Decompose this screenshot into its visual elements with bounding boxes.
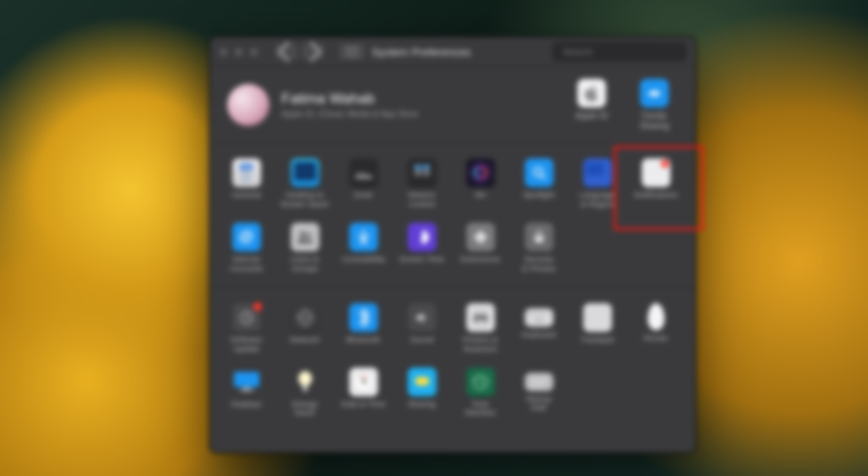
- extensions-icon: [466, 223, 495, 252]
- avatar[interactable]: [227, 84, 270, 126]
- pane-users-groups[interactable]: Users &Groups: [275, 218, 334, 282]
- pane-label: TimeMachine: [465, 400, 496, 418]
- show-all-button[interactable]: [337, 42, 366, 61]
- notifications-icon: [642, 158, 670, 187]
- svg-rect-42: [542, 313, 544, 315]
- pane-desktop-screensaver[interactable]: Desktop &Screen Saver: [275, 153, 334, 218]
- software-update-icon: [232, 303, 261, 332]
- mouse-icon: [648, 303, 665, 330]
- traffic-lights[interactable]: [219, 47, 259, 57]
- svg-rect-4: [351, 51, 353, 53]
- search-field[interactable]: [553, 42, 687, 61]
- window-title: System Preferences: [297, 46, 546, 58]
- pane-internet-accounts[interactable]: @InternetAccounts: [217, 218, 275, 282]
- desktop-screensaver-icon: [291, 158, 320, 187]
- pane-label: Sharing: [408, 400, 436, 409]
- pane-energy-saver[interactable]: EnergySaver: [275, 363, 334, 427]
- accessibility-icon: [349, 223, 378, 252]
- pane-network[interactable]: Network: [275, 298, 334, 363]
- pane-trackpad[interactable]: Trackpad: [568, 298, 626, 363]
- pane-label: Dock: [354, 191, 373, 200]
- family-sharing-button[interactable]: Family Sharing: [631, 79, 678, 130]
- pane-bluetooth[interactable]: Bluetooth: [334, 298, 392, 363]
- svg-rect-39: [535, 313, 537, 315]
- svg-point-22: [534, 168, 542, 176]
- svg-rect-13: [355, 175, 372, 179]
- svg-rect-0: [347, 47, 348, 48]
- pane-notifications[interactable]: Notifications: [626, 153, 685, 218]
- svg-point-57: [546, 385, 548, 386]
- pane-screen-time[interactable]: Screen Time: [392, 218, 451, 282]
- svg-point-30: [298, 310, 313, 325]
- pane-language-region[interactable]: Language& Region: [568, 153, 626, 218]
- notifications-highlight-box: [614, 146, 704, 230]
- pane-label: Displays: [231, 400, 262, 409]
- svg-rect-2: [355, 47, 357, 48]
- pane-label: Accessibility: [342, 255, 386, 264]
- pane-mouse[interactable]: Mouse: [626, 298, 685, 363]
- header-icons: Apple ID Family Sharing: [568, 79, 678, 130]
- svg-rect-47: [240, 390, 253, 391]
- pane-software-update[interactable]: SoftwareUpdate: [217, 298, 275, 363]
- svg-rect-15: [360, 172, 363, 174]
- svg-rect-16: [364, 172, 366, 174]
- pane-dock[interactable]: Dock: [334, 153, 392, 218]
- svg-rect-46: [243, 387, 250, 390]
- pane-label: Network: [290, 335, 320, 345]
- system-preferences-window: System Preferences Fatima Wahab Apple ID…: [209, 36, 696, 453]
- svg-line-54: [364, 382, 367, 384]
- svg-point-50: [354, 373, 373, 391]
- svg-point-21: [475, 167, 487, 179]
- pane-time-machine[interactable]: TimeMachine: [451, 363, 509, 427]
- dock-icon: [349, 158, 378, 187]
- pane-date-time[interactable]: WED18Date & Time: [334, 363, 392, 427]
- minimize-icon[interactable]: [234, 47, 243, 57]
- svg-rect-56: [528, 375, 550, 389]
- pane-general[interactable]: FileNewOpeGeneral: [217, 153, 275, 218]
- section-0: FileNewOpeGeneralDesktop &Screen SaverDo…: [210, 143, 695, 288]
- pane-accessibility[interactable]: Accessibility: [334, 218, 392, 282]
- pane-sound[interactable]: Sound: [392, 298, 451, 363]
- search-input[interactable]: [561, 46, 682, 58]
- pane-label: Extensions: [460, 255, 499, 264]
- svg-text:WED: WED: [359, 375, 367, 379]
- pane-mission-control[interactable]: MissionControl: [392, 153, 451, 218]
- svg-rect-43: [545, 313, 547, 315]
- trackpad-icon: [583, 303, 612, 332]
- svg-point-31: [302, 310, 309, 325]
- pane-sharing[interactable]: Sharing: [392, 363, 451, 427]
- svg-rect-7: [351, 55, 353, 57]
- svg-rect-18: [423, 165, 430, 169]
- back-button[interactable]: [274, 42, 299, 61]
- pane-label: Screen Time: [399, 255, 444, 264]
- svg-rect-1: [351, 47, 353, 48]
- forward-button[interactable]: [300, 42, 326, 61]
- pane-keyboard[interactable]: Keyboard: [509, 298, 568, 363]
- pane-spotlight[interactable]: Spotlight: [509, 153, 568, 218]
- close-icon[interactable]: [219, 47, 228, 57]
- pane-label: Notifications: [634, 191, 678, 200]
- security-privacy-icon: [525, 223, 554, 252]
- pane-siri[interactable]: Siri: [451, 153, 509, 218]
- svg-rect-33: [474, 315, 487, 322]
- user-name: Fatima Wahab: [281, 91, 556, 108]
- apple-logo-icon: [577, 79, 606, 108]
- mission-control-icon: [408, 158, 437, 187]
- pane-extensions[interactable]: Extensions: [451, 218, 509, 282]
- printers-scanners-icon: [466, 303, 495, 332]
- date-time-icon: WED18: [349, 368, 378, 396]
- window-titlebar: System Preferences: [210, 37, 695, 67]
- svg-rect-27: [421, 236, 423, 242]
- pane-displays[interactable]: Displays: [217, 363, 275, 427]
- zoom-icon[interactable]: [249, 47, 259, 57]
- pane-startup-disk[interactable]: StartupDisk: [509, 363, 568, 427]
- pane-label: Spotlight: [523, 191, 554, 200]
- user-info: Fatima Wahab Apple ID, iCloud, Media & A…: [281, 91, 556, 119]
- pane-security-privacy[interactable]: Security& Privacy: [509, 218, 568, 282]
- pane-label: Language& Region: [579, 191, 615, 209]
- pane-label: StartupDisk: [526, 395, 552, 413]
- pane-printers-scanners[interactable]: Printers &Scanners: [451, 298, 509, 363]
- keyboard-icon: [525, 308, 554, 327]
- preference-panes: FileNewOpeGeneralDesktop &Screen SaverDo…: [210, 143, 695, 452]
- apple-id-button[interactable]: Apple ID: [568, 79, 615, 130]
